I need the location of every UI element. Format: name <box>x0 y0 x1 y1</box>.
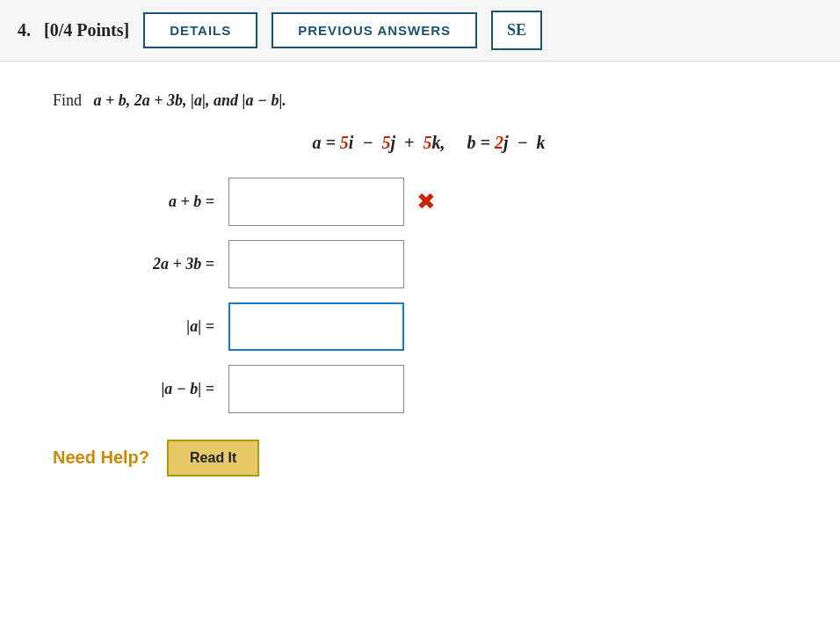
parts-text: a + b, 2a + 3b, |a|, and |a − b|. <box>94 91 286 109</box>
label-2a3b: 2a + 3b = <box>53 255 228 273</box>
instruction-text: Find <box>53 91 90 109</box>
header: 4. [0/4 Points] DETAILS PREVIOUS ANSWERS… <box>0 0 840 62</box>
input-row-ab: a + b = ✖ <box>53 178 805 226</box>
problem-statement: Find a + b, 2a + 3b, |a|, and |a − b|. <box>53 88 805 113</box>
input-row-aminusb: |a − b| = <box>53 365 805 413</box>
wrong-icon-ab: ✖ <box>416 188 436 215</box>
input-2a3b[interactable] <box>228 240 404 288</box>
input-aminusb[interactable] <box>228 365 404 413</box>
label-aminusb: |a − b| = <box>53 380 228 398</box>
input-row-absmag: |a| = <box>53 302 805 351</box>
coeff-5i: 5 <box>340 133 349 152</box>
label-absmag: |a| = <box>53 317 228 336</box>
coeff-5k: 5 <box>423 133 431 152</box>
coeff-5j: 5 <box>382 133 391 152</box>
label-ab: a + b = <box>53 193 228 211</box>
vector-equation: a = 5i − 5j + 5k, b = 2j − k <box>53 133 805 153</box>
details-button[interactable]: DETAILS <box>143 12 257 48</box>
se-label: SE <box>491 11 542 50</box>
help-section: Need Help? Read It <box>53 440 805 477</box>
previous-answers-button[interactable]: PREVIOUS ANSWERS <box>272 12 477 48</box>
need-help-text: Need Help? <box>53 447 149 468</box>
question-number: 4. [0/4 Points] <box>18 20 129 40</box>
input-absmag[interactable] <box>228 302 404 351</box>
input-ab[interactable] <box>228 178 404 226</box>
coeff-2j: 2 <box>495 133 503 152</box>
read-it-button[interactable]: Read It <box>167 440 259 477</box>
main-content: Find a + b, 2a + 3b, |a|, and |a − b|. a… <box>0 62 840 503</box>
input-row-2a3b: 2a + 3b = <box>53 240 805 288</box>
